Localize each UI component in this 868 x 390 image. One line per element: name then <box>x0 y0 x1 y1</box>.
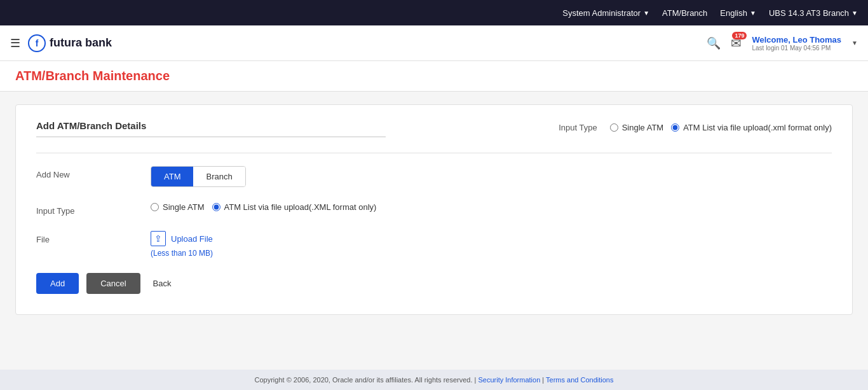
radio-single-atm[interactable]: Single ATM <box>151 202 205 212</box>
cancel-button[interactable]: Cancel <box>86 273 140 294</box>
last-login-text: Last login 01 May 04:56 PM <box>752 45 841 52</box>
atm-branch-menu[interactable]: ATM/Branch <box>662 8 707 18</box>
top-radio-list-atm-input[interactable] <box>671 123 679 132</box>
footer-security-link[interactable]: Security Information <box>478 376 540 384</box>
add-new-toggle-group-wrapper: ATM Branch <box>151 166 246 187</box>
user-chevron-icon[interactable]: ▼ <box>851 39 858 46</box>
radio-list-atm-label: ATM List via file upload(.XML format onl… <box>224 202 377 212</box>
top-radio-single-atm-input[interactable] <box>610 123 618 132</box>
upload-file-icon: ⇪ <box>151 231 166 246</box>
search-icon[interactable]: 🔍 <box>707 36 721 50</box>
main-header: ☰ f futura bank 🔍 ✉ 179 Welcome, Leo Tho… <box>0 25 868 61</box>
file-row: File ⇪ Upload File (Less than 10 MB) <box>36 231 832 258</box>
input-type-row: Input Type Single ATM ATM List via file … <box>36 202 832 216</box>
system-admin-menu[interactable]: System Administrator ▼ <box>562 8 649 18</box>
top-navigation-bar: System Administrator ▼ ATM/Branch Englis… <box>0 0 868 25</box>
top-input-type-label: Input Type <box>559 123 597 132</box>
logo: f futura bank <box>28 34 112 52</box>
page-title-part2: Maintenance <box>89 69 170 83</box>
top-radio-single-atm-label: Single ATM <box>622 123 664 132</box>
radio-single-atm-label: Single ATM <box>163 202 205 212</box>
upload-area: ⇪ Upload File (Less than 10 MB) <box>151 231 213 258</box>
back-button[interactable]: Back <box>148 273 177 294</box>
system-admin-label: System Administrator <box>562 8 641 18</box>
top-radio-single-atm[interactable]: Single ATM <box>610 123 664 132</box>
system-admin-chevron-icon: ▼ <box>643 10 649 17</box>
footer-separator: | <box>542 376 544 384</box>
mail-badge: 179 <box>732 32 747 39</box>
radio-list-atm-input[interactable] <box>212 203 220 211</box>
top-radio-list-atm[interactable]: ATM List via file upload(.xml format onl… <box>671 123 832 132</box>
hamburger-menu-icon[interactable]: ☰ <box>10 36 20 50</box>
footer-copyright: Copyright © 2006, 2020, Oracle and/or it… <box>255 376 477 384</box>
radio-list-atm[interactable]: ATM List via file upload(.XML format onl… <box>212 202 377 212</box>
radio-single-atm-input[interactable] <box>151 203 159 211</box>
header-right: 🔍 ✉ 179 Welcome, Leo Thomas Last login 0… <box>707 35 858 52</box>
top-input-type-row: Input Type Single ATM ATM List via file … <box>559 120 832 132</box>
upload-file-label: Upload File <box>171 234 213 244</box>
version-chevron-icon: ▼ <box>851 10 858 17</box>
logo-icon: f <box>28 34 46 52</box>
header-left: ☰ f futura bank <box>10 34 112 52</box>
card-section-title: Add ATM/Branch Details <box>36 120 386 137</box>
version-menu[interactable]: UBS 14.3 AT3 Branch ▼ <box>769 8 858 18</box>
input-type-label: Input Type <box>36 202 151 216</box>
language-menu[interactable]: English ▼ <box>720 8 756 18</box>
welcome-text: Welcome, Leo Thomas <box>752 35 841 45</box>
add-atm-branch-card: Add ATM/Branch Details Input Type Single… <box>15 104 853 315</box>
footer: Copyright © 2006, 2020, Oracle and/or it… <box>0 370 868 390</box>
logo-text: futura bank <box>50 36 112 50</box>
language-label: English <box>720 8 747 18</box>
add-new-label: Add New <box>36 166 151 179</box>
user-info[interactable]: Welcome, Leo Thomas Last login 01 May 04… <box>752 35 841 52</box>
action-buttons-row: Add Cancel Back <box>36 273 832 294</box>
language-chevron-icon: ▼ <box>750 10 756 17</box>
page-title-bar: ATM/Branch Maintenance <box>0 61 868 92</box>
add-button[interactable]: Add <box>36 273 79 294</box>
file-label: File <box>36 231 151 244</box>
atm-toggle-button[interactable]: ATM <box>151 167 193 186</box>
card-top-row: Add ATM/Branch Details Input Type Single… <box>36 120 832 137</box>
main-content: Add ATM/Branch Details Input Type Single… <box>0 92 868 370</box>
footer-terms-link[interactable]: Terms and Conditions <box>546 376 613 384</box>
card-divider <box>36 153 832 153</box>
add-new-toggle-group: ATM Branch <box>151 166 246 187</box>
mail-icon-wrapper[interactable]: ✉ 179 <box>731 36 742 51</box>
upload-file-button[interactable]: ⇪ Upload File <box>151 231 213 246</box>
atm-branch-label: ATM/Branch <box>662 8 707 18</box>
add-new-row: Add New ATM Branch <box>36 166 832 187</box>
upload-hint: (Less than 10 MB) <box>151 249 213 258</box>
top-radio-list-atm-label: ATM List via file upload(.xml format onl… <box>683 123 832 132</box>
input-type-radios: Single ATM ATM List via file upload(.XML… <box>151 202 376 212</box>
page-title: ATM/Branch Maintenance <box>15 69 853 83</box>
branch-toggle-button[interactable]: Branch <box>193 167 245 186</box>
version-label: UBS 14.3 AT3 Branch <box>769 8 849 18</box>
page-title-part1: ATM/Branch <box>15 69 89 83</box>
